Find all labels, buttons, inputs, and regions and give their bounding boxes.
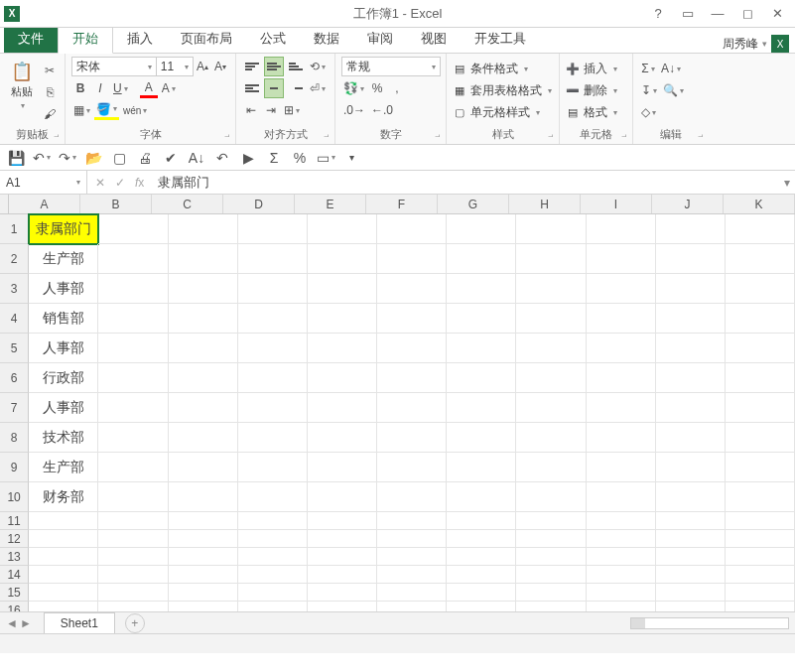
cell[interactable] [587, 304, 656, 334]
col-header-I[interactable]: I [581, 195, 652, 213]
cell[interactable] [98, 393, 168, 423]
tab-file[interactable]: 文件 [4, 25, 58, 53]
add-sheet-button[interactable]: + [125, 613, 145, 633]
cell[interactable] [377, 334, 447, 363]
decrease-decimal-icon[interactable]: ←.0 [369, 100, 395, 120]
col-header-K[interactable]: K [724, 195, 795, 213]
cell[interactable] [238, 363, 308, 393]
paste-dropdown-icon[interactable]: ▾ [21, 101, 25, 110]
row-header[interactable]: 12 [0, 530, 29, 548]
row-header[interactable]: 14 [0, 566, 29, 584]
cell[interactable] [308, 423, 377, 453]
cell[interactable] [98, 566, 168, 584]
cell[interactable] [238, 423, 308, 453]
cell[interactable] [587, 274, 656, 304]
cell[interactable] [516, 393, 586, 423]
cell[interactable] [656, 548, 726, 566]
cell-styles-button[interactable]: ▢单元格样式▾ [453, 102, 553, 122]
cell[interactable] [656, 482, 726, 512]
cell[interactable] [726, 584, 795, 602]
cell[interactable] [238, 602, 308, 611]
cell[interactable] [238, 214, 308, 244]
cell[interactable] [98, 423, 168, 453]
cell[interactable] [238, 584, 308, 602]
cell[interactable] [169, 423, 238, 453]
cell[interactable] [516, 244, 586, 274]
cell[interactable] [169, 530, 238, 548]
cell[interactable] [98, 453, 168, 482]
cell[interactable] [169, 453, 238, 482]
cell[interactable] [516, 512, 586, 530]
cell[interactable] [377, 530, 447, 548]
cell[interactable] [308, 548, 377, 566]
cell[interactable] [29, 548, 98, 566]
cell[interactable] [516, 214, 586, 244]
conditional-format-button[interactable]: ▤条件格式▾ [453, 59, 553, 78]
col-header-D[interactable]: D [223, 195, 295, 213]
cell[interactable] [238, 274, 308, 304]
cell[interactable] [98, 530, 168, 548]
row-header[interactable]: 15 [0, 584, 29, 602]
cell[interactable] [726, 548, 795, 566]
percent2-icon[interactable]: % [290, 148, 310, 168]
cell[interactable] [726, 453, 795, 482]
cell[interactable]: 人事部 [29, 274, 98, 304]
cell[interactable]: 人事部 [29, 393, 98, 423]
col-header-G[interactable]: G [438, 195, 509, 213]
sum-icon[interactable]: Σ [264, 148, 284, 168]
tab-review[interactable]: 审阅 [353, 25, 407, 53]
cell[interactable] [308, 512, 377, 530]
cell[interactable] [377, 602, 447, 611]
cell[interactable] [377, 363, 447, 393]
cell[interactable] [656, 304, 726, 334]
autosum-icon[interactable]: Σ▾ [639, 59, 657, 78]
select-all-corner[interactable] [0, 195, 9, 214]
cell[interactable] [447, 548, 516, 566]
col-header-E[interactable]: E [295, 195, 366, 213]
grow-font-icon[interactable]: A▴ [194, 57, 211, 76]
col-header-B[interactable]: B [80, 195, 152, 213]
cell[interactable] [377, 548, 447, 566]
spreadsheet-grid[interactable]: ABCDEFGHIJK 1隶属部门2生产部3人事部4销售部5人事部6行政部7人事… [0, 195, 795, 611]
cell[interactable] [169, 334, 238, 363]
maximize-icon[interactable]: ◻ [733, 4, 761, 24]
cell[interactable] [447, 363, 516, 393]
cell[interactable] [308, 393, 377, 423]
cell[interactable] [98, 214, 168, 244]
cell[interactable] [238, 530, 308, 548]
cell[interactable] [308, 566, 377, 584]
cell[interactable] [29, 602, 98, 611]
cell[interactable] [308, 244, 377, 274]
increase-indent-icon[interactable]: ⇥ [262, 100, 280, 120]
cell[interactable] [308, 304, 377, 334]
cell[interactable] [98, 482, 168, 512]
cell[interactable]: 人事部 [29, 334, 98, 363]
cell[interactable] [169, 304, 238, 334]
redo-icon[interactable]: ↷▾ [58, 148, 77, 168]
cell[interactable] [447, 244, 516, 274]
cell[interactable] [308, 334, 377, 363]
cell[interactable] [447, 482, 516, 512]
cell[interactable] [516, 584, 586, 602]
cell[interactable] [308, 530, 377, 548]
formula-bar[interactable]: 隶属部门 [152, 171, 779, 194]
expand-formula-bar-icon[interactable]: ▾ [779, 171, 795, 194]
name-box[interactable]: A1▾ [0, 171, 87, 194]
cell[interactable] [656, 566, 726, 584]
cell[interactable] [29, 512, 98, 530]
cell[interactable] [169, 566, 238, 584]
row-header[interactable]: 13 [0, 548, 29, 566]
cell[interactable] [377, 584, 447, 602]
paste-button[interactable]: 📋 粘贴 ▾ [6, 57, 37, 125]
customize-qat-icon[interactable]: ▾ [341, 148, 361, 168]
tab-view[interactable]: 视图 [407, 25, 461, 53]
bold-button[interactable]: B [71, 78, 89, 98]
row-header[interactable]: 2 [0, 244, 29, 274]
cell[interactable] [377, 482, 447, 512]
cell[interactable] [587, 453, 656, 482]
undo2-icon[interactable]: ↶ [212, 148, 232, 168]
cell[interactable] [29, 566, 98, 584]
cell[interactable] [726, 393, 795, 423]
cell[interactable] [238, 304, 308, 334]
cell[interactable] [447, 602, 516, 611]
